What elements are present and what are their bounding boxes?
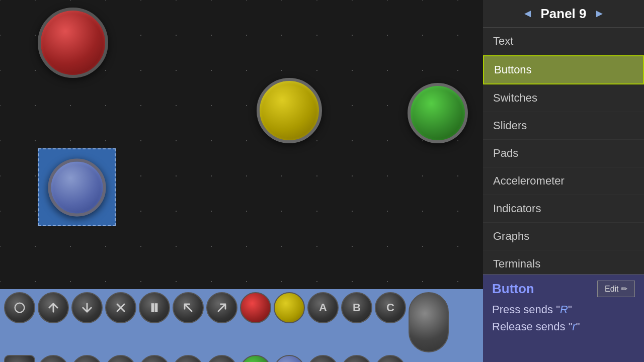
toolbar-btn-right[interactable] (71, 355, 103, 362)
toolbar-btn-up[interactable] (38, 292, 69, 323)
toolbar-btn-circle-empty[interactable] (4, 292, 35, 323)
green-button[interactable] (408, 83, 468, 143)
toolbar-btn-3[interactable]: 3 (375, 355, 406, 362)
right-panel: ◄ Panel 9 ► Text Buttons Switches Slider… (483, 0, 644, 362)
toolbar-btn-large[interactable] (409, 292, 449, 352)
menu-item-sliders[interactable]: Sliders (483, 112, 644, 140)
panel-header: ◄ Panel 9 ► (483, 0, 644, 28)
svg-point-0 (15, 303, 25, 313)
edit-button[interactable]: Edit ✏ (597, 281, 635, 297)
panel-prev-button[interactable]: ◄ (522, 7, 533, 20)
menu-item-switches[interactable]: Switches (483, 84, 644, 112)
yellow-button[interactable] (257, 78, 322, 143)
toolbar-btn-up-left[interactable] (173, 292, 204, 323)
press-sends-label: Press sends "R" (492, 303, 635, 316)
toolbar-row-1: A B C (4, 292, 449, 352)
menu-item-graphs[interactable]: Graphs (483, 223, 644, 250)
bottom-panel-title: Button (492, 281, 534, 297)
blue-button[interactable] (48, 158, 106, 216)
toolbar-btn-b[interactable]: B (341, 292, 372, 323)
toolbar-btn-1[interactable]: 1 (307, 355, 339, 362)
toolbar-btn-up-right[interactable] (206, 292, 237, 323)
panel-title: Panel 9 (540, 6, 586, 22)
blue-button-container[interactable] (38, 148, 116, 226)
toolbar-btn-red[interactable] (240, 292, 271, 323)
svg-rect-1 (151, 304, 154, 312)
toolbar: A B C (0, 289, 483, 362)
press-sends-value: R (560, 303, 568, 316)
panel-next-button[interactable]: ► (594, 7, 605, 20)
bottom-panel: Button Edit ✏ Press sends "R" Release se… (483, 274, 644, 362)
toolbar-btn-blue[interactable] (274, 355, 305, 362)
toolbar-btn-a[interactable]: A (307, 292, 339, 323)
menu-item-indicators[interactable]: Indicators (483, 195, 644, 223)
bottom-panel-header: Button Edit ✏ (492, 281, 635, 297)
canvas-area: A B C (0, 0, 483, 362)
toolbar-btn-yellow[interactable] (274, 292, 305, 323)
menu-item-pads[interactable]: Pads (483, 140, 644, 167)
toolbar-row-2: 1 2 3 (4, 355, 449, 362)
toolbar-btn-pause[interactable] (139, 292, 170, 323)
toolbar-btn-square[interactable] (4, 355, 35, 362)
toolbar-btn-2[interactable]: 2 (341, 355, 372, 362)
toolbar-btn-circle[interactable] (105, 355, 136, 362)
toolbar-btn-left[interactable] (38, 355, 69, 362)
release-sends-value: r (572, 320, 576, 333)
menu-item-buttons[interactable]: Buttons (483, 55, 644, 84)
panel-menu: Text Buttons Switches Sliders Pads Accel… (483, 28, 644, 274)
toolbar-btn-c[interactable]: C (375, 292, 406, 323)
toolbar-btn-down[interactable] (71, 292, 103, 323)
toolbar-btn-down-left[interactable] (173, 355, 204, 362)
toolbar-btn-green[interactable] (240, 355, 271, 362)
toolbar-btn-x[interactable] (105, 292, 136, 323)
menu-item-text[interactable]: Text (483, 28, 644, 55)
red-button[interactable] (38, 8, 108, 78)
grid-canvas[interactable] (0, 0, 483, 289)
svg-rect-2 (155, 304, 157, 312)
toolbar-btn-down-right[interactable] (206, 355, 237, 362)
release-sends-label: Release sends "r" (492, 320, 635, 333)
toolbar-rows: A B C (4, 292, 449, 362)
toolbar-btn-triangle[interactable] (139, 355, 170, 362)
menu-item-accelerometer[interactable]: Accelerometer (483, 167, 644, 195)
menu-item-terminals[interactable]: Terminals (483, 250, 644, 274)
